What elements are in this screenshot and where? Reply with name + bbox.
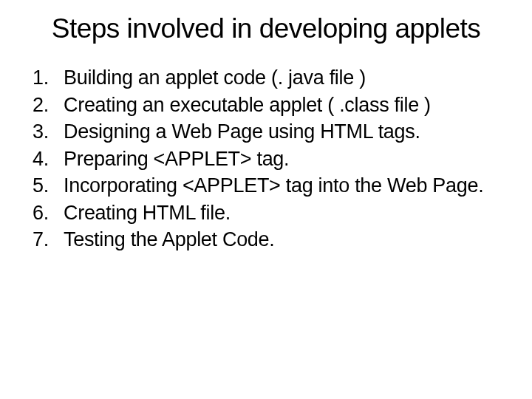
list-item: Creating HTML file. [33,200,510,226]
list-item: Designing a Web Page using HTML tags. [33,119,510,145]
list-item: Building an applet code (. java file ) [33,65,510,91]
list-item: Testing the Applet Code. [33,227,510,253]
list-item: Preparing <APPLET> tag. [33,146,510,172]
slide-title: Steps involved in developing applets [22,13,510,44]
steps-list: Building an applet code (. java file ) C… [22,65,510,253]
list-item: Incorporating <APPLET> tag into the Web … [33,173,510,199]
list-item: Creating an executable applet ( .class f… [33,92,510,118]
